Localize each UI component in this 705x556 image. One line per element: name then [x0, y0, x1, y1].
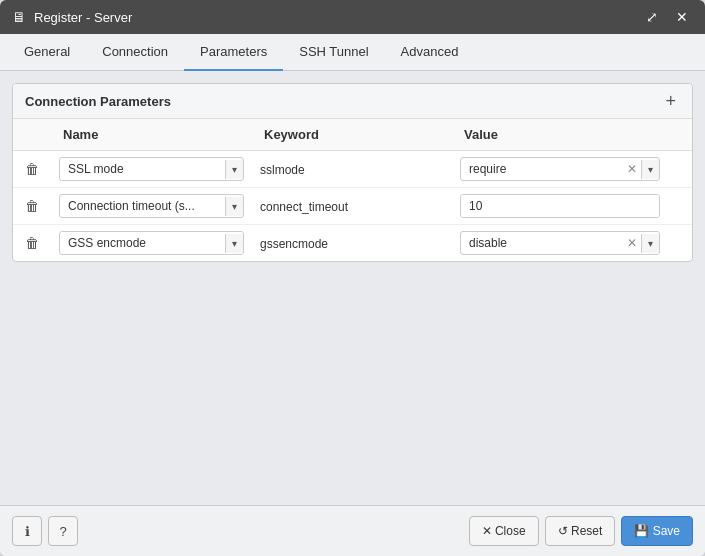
table-row: 🗑 SSL mode ▾ sslmode: [13, 151, 692, 188]
name-select-1[interactable]: SSL mode ▾: [59, 157, 244, 181]
table-row: 🗑 GSS encmode ▾ gssencmode: [13, 225, 692, 262]
tab-advanced[interactable]: Advanced: [385, 34, 475, 71]
titlebar: 🖥 Register - Server ⤢ ✕: [0, 0, 705, 34]
content-area: Connection Parameters + Name Keyword Val…: [0, 71, 705, 505]
close-window-button[interactable]: ✕: [671, 8, 693, 26]
name-dropdown-3-icon[interactable]: ▾: [225, 234, 243, 253]
keyword-3: gssencmode: [260, 237, 328, 251]
name-select-2[interactable]: Connection timeout (s... ▾: [59, 194, 244, 218]
col-header-name: Name: [51, 119, 252, 151]
value-3-text: disable: [461, 232, 623, 254]
delete-row-1-button[interactable]: 🗑: [21, 159, 43, 179]
window-icon: 🖥: [12, 9, 26, 25]
close-button[interactable]: ✕ Close: [469, 516, 539, 546]
window-title: Register - Server: [34, 10, 633, 25]
name-select-1-text: SSL mode: [60, 158, 225, 180]
col-header-delete: [13, 119, 51, 151]
section-header: Connection Parameters +: [13, 84, 692, 119]
name-dropdown-2-icon[interactable]: ▾: [225, 197, 243, 216]
value-select-1[interactable]: require ✕ ▾: [460, 157, 660, 181]
value-1-text: require: [461, 158, 623, 180]
save-button[interactable]: 💾 Save: [621, 516, 693, 546]
keyword-2: connect_timeout: [260, 200, 348, 214]
name-dropdown-1-icon[interactable]: ▾: [225, 160, 243, 179]
col-header-value: Value: [452, 119, 692, 151]
reset-button[interactable]: ↺ Reset: [545, 516, 616, 546]
delete-row-2-button[interactable]: 🗑: [21, 196, 43, 216]
connection-parameters-section: Connection Parameters + Name Keyword Val…: [12, 83, 693, 262]
value-1-clear-icon[interactable]: ✕: [623, 158, 641, 180]
value-select-3[interactable]: disable ✕ ▾: [460, 231, 660, 255]
value-3-dropdown-icon[interactable]: ▾: [641, 234, 659, 253]
keyword-1: sslmode: [260, 163, 305, 177]
col-header-keyword: Keyword: [252, 119, 452, 151]
table-row: 🗑 Connection timeout (s... ▾ connect_tim…: [13, 188, 692, 225]
dialog-window: 🖥 Register - Server ⤢ ✕ General Connecti…: [0, 0, 705, 556]
name-select-2-text: Connection timeout (s...: [60, 195, 225, 217]
expand-button[interactable]: ⤢: [641, 8, 663, 26]
value-input-2[interactable]: [460, 194, 660, 218]
tab-ssh-tunnel[interactable]: SSH Tunnel: [283, 34, 384, 71]
parameters-table: Name Keyword Value 🗑 SSL mode: [13, 119, 692, 261]
value-1-dropdown-icon[interactable]: ▾: [641, 160, 659, 179]
name-select-3-text: GSS encmode: [60, 232, 225, 254]
help-button[interactable]: ?: [48, 516, 78, 546]
delete-row-3-button[interactable]: 🗑: [21, 233, 43, 253]
footer-right-actions: ✕ Close ↺ Reset 💾 Save: [469, 516, 693, 546]
tab-parameters[interactable]: Parameters: [184, 34, 283, 71]
value-2-input[interactable]: [461, 195, 659, 217]
value-3-clear-icon[interactable]: ✕: [623, 232, 641, 254]
footer: ℹ ? ✕ Close ↺ Reset 💾 Save: [0, 505, 705, 556]
footer-left-actions: ℹ ?: [12, 516, 78, 546]
tab-bar: General Connection Parameters SSH Tunnel…: [0, 34, 705, 71]
info-button[interactable]: ℹ: [12, 516, 42, 546]
tab-connection[interactable]: Connection: [86, 34, 184, 71]
section-title: Connection Parameters: [25, 94, 171, 109]
add-parameter-button[interactable]: +: [661, 92, 680, 110]
tab-general[interactable]: General: [8, 34, 86, 71]
name-select-3[interactable]: GSS encmode ▾: [59, 231, 244, 255]
